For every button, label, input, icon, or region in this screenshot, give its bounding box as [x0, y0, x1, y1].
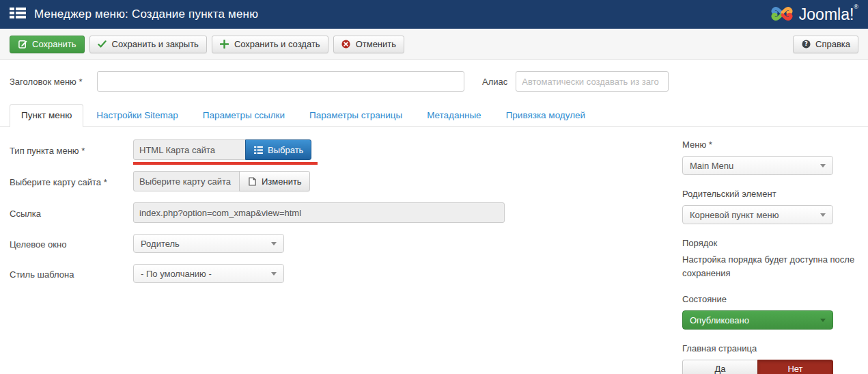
- question-icon: ?: [801, 40, 811, 49]
- change-sitemap-button[interactable]: Изменить: [239, 171, 310, 191]
- menu-label: Меню *: [682, 139, 858, 150]
- svg-text:?: ?: [804, 40, 808, 47]
- target-window-select[interactable]: Родитель: [133, 234, 284, 253]
- toolbar: Сохранить Сохранить и закрыть Сохранить …: [0, 29, 868, 60]
- home-page-toggle: Да Нет: [682, 360, 833, 374]
- status-label: Состояние: [682, 294, 858, 304]
- help-button[interactable]: ? Справка: [793, 36, 858, 53]
- link-label: Ссылка: [10, 207, 133, 219]
- home-page-group: Главная страница Да Нет: [682, 343, 858, 374]
- chevron-down-icon: [820, 164, 826, 168]
- tab-page-options[interactable]: Параметры страницы: [298, 104, 414, 127]
- tab-metadata[interactable]: Метаданные: [415, 104, 493, 127]
- logo-text: Joomla!: [799, 5, 854, 23]
- menu-title-input[interactable]: [97, 71, 464, 92]
- link-value-field: index.php?option=com_xmap&view=html: [133, 202, 505, 223]
- parent-item-group: Родительский элемент Корневой пункт меню: [682, 189, 858, 224]
- chevron-down-icon: [271, 272, 277, 276]
- home-page-label: Главная страница: [682, 343, 858, 353]
- target-window-label: Целевое окно: [10, 238, 133, 250]
- save-close-button[interactable]: Сохранить и закрыть: [89, 36, 207, 53]
- home-yes-button[interactable]: Да: [682, 360, 758, 374]
- sitemap-value-field: Выберите карту сайта: [133, 171, 240, 191]
- document-icon: [247, 176, 257, 186]
- tab-module-assignment[interactable]: Привязка модулей: [494, 104, 597, 127]
- right-form-column: Меню * Main Menu Родительский элемент Ко…: [682, 139, 858, 374]
- alias-label: Алиас: [482, 77, 507, 87]
- status-group: Состояние Опубликовано: [682, 294, 858, 330]
- target-window-row: Целевое окно Родитель: [10, 234, 682, 253]
- menu-type-value-field: HTML Карта сайта: [133, 139, 246, 160]
- list-icon: [253, 145, 263, 155]
- check-icon: [98, 40, 107, 49]
- link-row: Ссылка index.php?option=com_xmap&view=ht…: [10, 202, 682, 223]
- status-select[interactable]: Опубликовано: [682, 310, 833, 330]
- menu-type-label: Тип пункта меню *: [10, 144, 133, 156]
- menu-type-row: Тип пункта меню * HTML Карта сайта Выбра…: [10, 139, 682, 160]
- parent-item-select[interactable]: Корневой пункт меню: [682, 205, 833, 224]
- ordering-note: Настройка порядка будет доступна после с…: [682, 253, 858, 280]
- template-style-select[interactable]: - По умолчанию -: [133, 264, 284, 283]
- page-title: Менеджер меню: Создание пункта меню: [34, 8, 258, 21]
- select-menu-type-button[interactable]: Выбрать: [245, 139, 311, 160]
- edit-save-icon: [18, 40, 27, 49]
- chevron-down-icon: [820, 213, 826, 217]
- joomla-logo: Joomla!®: [770, 2, 858, 27]
- menu-select[interactable]: Main Menu: [682, 156, 833, 175]
- logo-registered-mark: ®: [854, 3, 858, 10]
- tab-link-options[interactable]: Параметры ссылки: [191, 104, 296, 127]
- chevron-down-icon: [271, 242, 277, 245]
- ordering-group: Порядок Настройка порядка будет доступна…: [682, 238, 858, 280]
- cancel-x-icon: [341, 40, 351, 49]
- title-alias-row: Заголовок меню * Алиас: [0, 60, 868, 101]
- template-style-row: Стиль шаблона - По умолчанию -: [10, 264, 682, 283]
- sitemap-label: Выберите карту сайта *: [10, 176, 133, 187]
- template-style-label: Стиль шаблона: [10, 268, 133, 280]
- parent-item-label: Родительский элемент: [682, 189, 858, 199]
- alias-input[interactable]: [516, 71, 669, 92]
- save-button[interactable]: Сохранить: [10, 36, 85, 53]
- save-new-button[interactable]: Сохранить и создать: [212, 36, 328, 53]
- chevron-down-icon: [820, 319, 826, 322]
- home-no-button[interactable]: Нет: [757, 360, 833, 374]
- menu-group: Меню * Main Menu: [682, 139, 858, 175]
- menu-manager-icon: [10, 8, 26, 21]
- form-tabs: Пункт меню Настройки Sitemap Параметры с…: [0, 104, 868, 127]
- cancel-button[interactable]: Отменить: [333, 36, 404, 53]
- joomla-logo-icon: [770, 2, 794, 27]
- tab-sitemap-settings[interactable]: Настройки Sitemap: [85, 104, 189, 127]
- sitemap-row: Выберите карту сайта * Выберите карту са…: [10, 171, 682, 191]
- ordering-label: Порядок: [682, 238, 858, 248]
- tab-menu-item[interactable]: Пункт меню: [10, 104, 83, 127]
- menu-title-label: Заголовок меню *: [10, 77, 97, 87]
- annotation-red-underline: [133, 162, 318, 165]
- plus-icon: [220, 40, 229, 49]
- app-header: Менеджер меню: Создание пункта меню Joom…: [0, 0, 868, 29]
- tab-content-menu-item: Тип пункта меню * HTML Карта сайта Выбра…: [0, 127, 868, 374]
- left-form-column: Тип пункта меню * HTML Карта сайта Выбра…: [10, 139, 682, 374]
